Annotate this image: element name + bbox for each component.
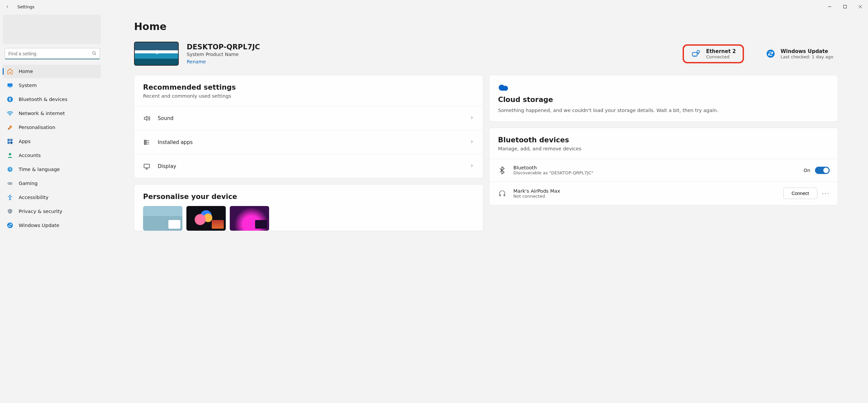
update-status-tile[interactable]: Windows Update Last checked: 1 day ago [761,46,838,61]
nav-time-language[interactable]: Time & language [3,163,101,176]
nav-label: Windows Update [19,223,59,228]
svg-rect-22 [145,143,146,144]
rename-link[interactable]: Rename [187,59,206,64]
brush-icon [7,124,13,131]
bluetooth-icon [7,96,13,103]
main: Home DESKTOP-QRPL7JC System Product Name… [103,13,868,403]
nav-label: Accounts [19,153,41,158]
nav-home[interactable]: Home [3,65,101,78]
personalise-title: Personalise your device [143,193,474,201]
account-card[interactable] [3,15,101,44]
svg-rect-7 [10,139,13,141]
device-name: DESKTOP-QRPL7JC [187,43,260,51]
close-button[interactable] [852,0,868,13]
person-icon [7,152,13,159]
nav-label: Bluetooth & devices [19,97,67,102]
system-icon [7,82,13,89]
bt-device-more-icon[interactable]: ··· [822,190,830,197]
home-icon [7,68,13,75]
svg-rect-3 [9,87,11,88]
accessibility-icon [7,194,13,201]
search-input[interactable] [5,48,100,59]
row-display[interactable]: Display [134,154,483,178]
nav-label: Privacy & security [19,209,62,214]
ethernet-icon [691,48,701,59]
theme-option-2[interactable] [186,206,226,231]
titlebar: Settings [0,0,868,13]
update-status: Last checked: 1 day ago [781,54,833,59]
nav-personalisation[interactable]: Personalisation [3,121,101,134]
page-title: Home [134,21,838,32]
svg-point-15 [9,195,11,196]
bt-subtitle: Manage, add, and remove devices [498,146,829,151]
svg-rect-25 [503,194,505,196]
nav-apps[interactable]: Apps [3,135,101,148]
bt-toggle-label: Bluetooth [514,165,594,170]
bt-toggle[interactable] [815,167,830,174]
cloud-body: Something happened, and we couldn't load… [498,107,829,114]
svg-rect-18 [697,51,700,53]
nav-gaming[interactable]: Gaming [3,177,101,190]
personalise-card: Personalise your device [134,184,483,231]
bt-connect-button[interactable]: Connect [783,188,817,199]
row-label: Display [158,163,176,169]
bt-toggle-sub: Discoverable as "DESKTOP-QRPL7JC" [514,170,594,175]
theme-grid [143,206,474,231]
row-label: Sound [158,115,174,121]
bluetooth-card: Bluetooth devices Manage, add, and remov… [489,128,838,205]
hero-right: Ethernet 2 Connected Windows Update Last… [686,46,838,61]
nav-label: Time & language [19,167,60,172]
search-icon [92,51,97,57]
device-product: System Product Name [187,52,260,57]
installed-apps-icon [143,139,150,146]
chevron-right-icon [469,163,474,169]
network-status-tile[interactable]: Ethernet 2 Connected [686,46,740,61]
nav-network[interactable]: Network & internet [3,107,101,120]
svg-point-1 [93,52,95,54]
recommended-title: Recommended settings [143,83,474,91]
nav-accounts[interactable]: Accounts [3,149,101,162]
sidebar: Home System Bluetooth & devices Network … [0,13,103,403]
update-title: Windows Update [781,48,833,54]
svg-rect-23 [144,164,150,168]
window-title: Settings [17,4,34,9]
wifi-icon [7,110,13,117]
nav-system[interactable]: System [3,79,101,92]
svg-point-14 [11,183,12,184]
bt-toggle-state: On [804,168,810,173]
nav: Home System Bluetooth & devices Network … [3,65,102,232]
theme-option-3[interactable] [230,206,269,231]
minimize-button[interactable] [822,0,837,13]
row-sound[interactable]: Sound [134,106,483,130]
bluetooth-glyph-icon [498,166,507,175]
maximize-button[interactable] [837,0,852,13]
shield-icon [7,208,13,215]
nav-label: Network & internet [19,111,65,116]
nav-accessibility[interactable]: Accessibility [3,191,101,204]
bt-device-status: Not connected [514,194,560,199]
back-button[interactable] [5,4,10,9]
nav-label: System [19,83,37,88]
windows-update-icon [765,48,776,59]
bt-device-row: Mark's AirPods Max Not connected Connect… [490,181,838,205]
device-block: DESKTOP-QRPL7JC System Product Name Rena… [187,43,260,64]
theme-option-1[interactable] [143,206,182,231]
chevron-right-icon [469,115,474,121]
recommended-card: Recommended settings Recent and commonly… [134,75,483,178]
headphones-icon [498,189,507,198]
recommended-subtitle: Recent and commonly used settings [143,93,474,99]
nav-privacy[interactable]: Privacy & security [3,205,101,218]
nav-label: Apps [19,139,31,144]
svg-rect-8 [8,142,10,144]
svg-point-16 [7,223,13,228]
globe-clock-icon [7,166,13,173]
bt-toggle-row: Bluetooth Discoverable as "DESKTOP-QRPL7… [490,159,838,181]
nav-bluetooth[interactable]: Bluetooth & devices [3,93,101,106]
sound-icon [143,115,150,122]
row-installed-apps[interactable]: Installed apps [134,130,483,154]
nav-label: Gaming [19,181,38,186]
nav-windows-update[interactable]: Windows Update [3,219,101,232]
cloud-icon [498,83,829,92]
svg-rect-24 [499,194,501,196]
nav-label: Accessibility [19,195,48,200]
